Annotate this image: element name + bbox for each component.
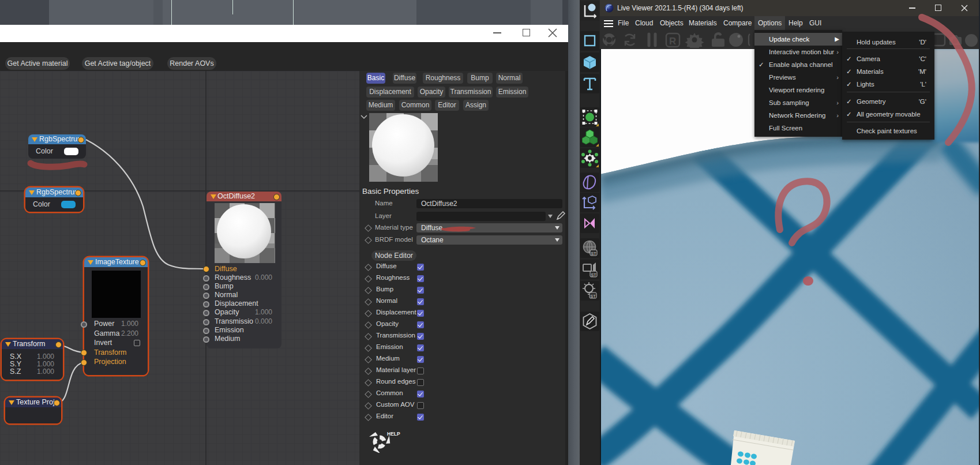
svg-text:ST: ST — [591, 252, 597, 256]
svg-text:ST: ST — [591, 294, 596, 298]
svg-text:HELP: HELP — [387, 431, 400, 437]
svg-text:R: R — [669, 36, 676, 47]
svg-text:ST: ST — [591, 273, 597, 277]
